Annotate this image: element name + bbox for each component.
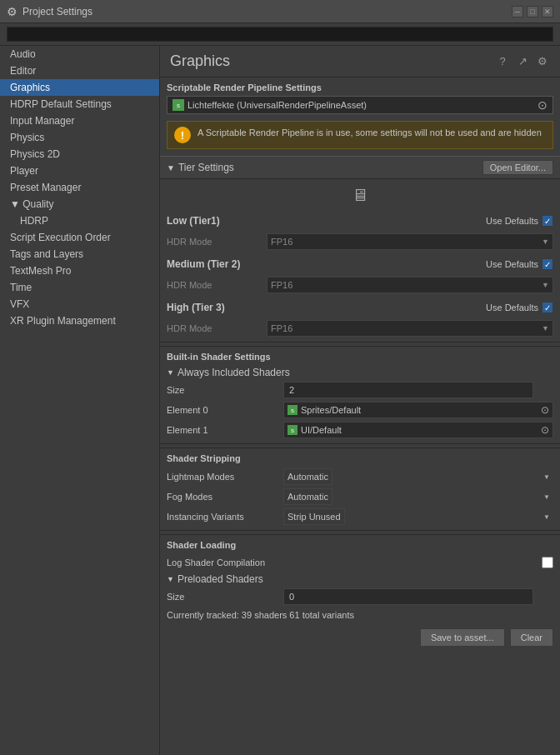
window-controls: ─ □ ✕ [512, 6, 553, 18]
lightmap-row: Lightmap Modes Automatic None Manual [160, 467, 560, 487]
shader-loading-label: Shader Loading [160, 534, 560, 553]
title-bar: ⚙ Project Settings ─ □ ✕ [0, 0, 560, 23]
log-shader-row: Log Shader Compilation [160, 553, 560, 572]
tier-medium-row: Medium (Tier 2) Use Defaults ✓ [167, 258, 553, 270]
pipeline-asset-row: s Lichteffekte (UniversalRenderPipelineA… [167, 96, 553, 114]
sidebar-item-preset-manager[interactable]: Preset Manager [0, 179, 159, 196]
tier-medium-hdr-arrow[interactable]: ▼ [542, 281, 549, 289]
srp-section-label: Scriptable Render Pipeline Settings [160, 78, 560, 96]
warning-icon: ! [174, 127, 191, 143]
instancing-select-wrapper: Strip Unused Keep All Strip All [283, 508, 553, 525]
shader-size-label: Size [167, 385, 283, 395]
shader-element1-asset: s UI/Default ⊙ [283, 422, 553, 438]
element0-dot-btn[interactable]: ⊙ [541, 404, 549, 416]
tier-low-hdr-value: FP16 [271, 237, 542, 247]
minimize-button[interactable]: ─ [512, 6, 523, 18]
page-title: Graphics [170, 52, 230, 70]
sidebar-item-physics-2d[interactable]: Physics 2D [0, 146, 159, 162]
lightmap-select[interactable]: Automatic None Manual [283, 468, 332, 485]
sidebar: Audio Editor Graphics HDRP Default Setti… [0, 46, 160, 755]
tier-high-hdr-value: FP16 [271, 323, 542, 333]
instancing-row: Instancing Variants Strip Unused Keep Al… [160, 507, 560, 527]
log-shader-checkbox[interactable] [542, 557, 553, 568]
tier-medium-hdr-label: HDR Mode [167, 280, 267, 290]
main-layout: Audio Editor Graphics HDRP Default Setti… [0, 46, 560, 755]
preloaded-arrow[interactable]: ▼ [167, 575, 174, 583]
pipeline-asset-text: Lichteffekte (UniversalRenderPipelineAss… [188, 100, 538, 110]
fog-row: Fog Modes Automatic None Manual [160, 487, 560, 507]
sidebar-item-tags-layers[interactable]: Tags and Layers [0, 246, 159, 262]
clear-button[interactable]: Clear [510, 628, 553, 647]
element0-text: Sprites/Default [301, 405, 541, 415]
help-icon[interactable]: ? [495, 54, 510, 69]
shader-element0-asset: s Sprites/Default ⊙ [283, 402, 553, 418]
tier-low-hdr-arrow[interactable]: ▼ [542, 238, 549, 246]
sidebar-item-hdrp-default[interactable]: HDRP Default Settings [0, 96, 159, 112]
pipeline-asset-icon: s [172, 99, 184, 111]
tier-settings-header: ▼ Tier Settings Open Editor... [160, 156, 560, 179]
close-button[interactable]: ✕ [542, 6, 553, 18]
fog-select-wrapper: Automatic None Manual [283, 488, 553, 505]
sidebar-item-graphics[interactable]: Graphics [0, 79, 159, 96]
content-area: Graphics ? ↗ ⚙ Scriptable Render Pipelin… [160, 46, 560, 755]
tier-high-checkbox[interactable]: ✓ [542, 302, 553, 313]
sidebar-item-vfx[interactable]: VFX [0, 296, 159, 312]
tier-high-hdr-arrow[interactable]: ▼ [542, 324, 549, 332]
shader-size-row: Size [160, 380, 560, 400]
instancing-select[interactable]: Strip Unused Keep All Strip All [283, 508, 345, 525]
settings-icon[interactable]: ⚙ [535, 54, 550, 69]
always-included-label: ▼ Always Included Shaders [160, 365, 560, 380]
status-text: Currently tracked: 39 shaders 61 total v… [160, 607, 560, 623]
sidebar-item-quality[interactable]: ▼ Quality [0, 196, 159, 212]
search-input[interactable] [7, 27, 553, 42]
builtin-shader-label: Built-in Shader Settings [160, 346, 560, 365]
tier-low-checkbox[interactable]: ✓ [542, 215, 553, 227]
preloaded-shaders-label: ▼ Preloaded Shaders [160, 572, 560, 587]
sidebar-item-textmesh-pro[interactable]: TextMesh Pro [0, 262, 159, 279]
tier-high-hdr-label: HDR Mode [167, 323, 267, 333]
element1-icon: s [288, 425, 298, 435]
save-to-asset-button[interactable]: Save to asset... [420, 628, 505, 647]
bottom-buttons: Save to asset... Clear [160, 623, 560, 652]
preloaded-size-input[interactable] [283, 588, 533, 605]
search-bar [0, 23, 560, 46]
warning-text: A Scriptable Render Pipeline is in use, … [198, 127, 542, 139]
app-icon: ⚙ [7, 5, 18, 18]
sidebar-item-script-execution[interactable]: Script Execution Order [0, 229, 159, 246]
sidebar-item-time[interactable]: Time [0, 279, 159, 296]
fog-label: Fog Modes [167, 492, 283, 502]
tier-low-label: Low (Tier1) [167, 215, 486, 227]
always-included-title: Always Included Shaders [178, 367, 290, 378]
tier-low-section: Low (Tier1) Use Defaults ✓ [160, 212, 560, 232]
preloaded-size-label: Size [167, 592, 283, 602]
element0-icon: s [288, 405, 298, 415]
log-shader-label: Log Shader Compilation [167, 558, 542, 568]
sidebar-item-audio[interactable]: Audio [0, 46, 159, 62]
tier-medium-checkbox[interactable]: ✓ [542, 258, 553, 270]
always-included-arrow[interactable]: ▼ [167, 368, 174, 377]
lightmap-label: Lightmap Modes [167, 472, 283, 482]
tier-low-use-defaults: Use Defaults [486, 216, 538, 226]
preloaded-size-row: Size [160, 587, 560, 607]
fog-select[interactable]: Automatic None Manual [283, 488, 332, 505]
pipeline-dot-icon: ⊙ [538, 98, 548, 112]
tier-medium-hdr-value: FP16 [271, 280, 542, 290]
sidebar-item-physics[interactable]: Physics [0, 129, 159, 146]
quality-arrow-icon: ▼ [10, 198, 22, 210]
maximize-button[interactable]: □ [527, 6, 538, 18]
content-header: Graphics ? ↗ ⚙ [160, 46, 560, 78]
open-editor-button[interactable]: Open Editor... [482, 160, 553, 175]
tier-medium-use-defaults: Use Defaults [486, 259, 538, 269]
expand-icon[interactable]: ↗ [515, 54, 530, 69]
tier-low-row: Low (Tier1) Use Defaults ✓ [167, 215, 553, 227]
sidebar-item-player[interactable]: Player [0, 162, 159, 179]
sidebar-item-editor[interactable]: Editor [0, 62, 159, 79]
tier-collapse-icon[interactable]: ▼ [167, 163, 175, 172]
sidebar-item-xr-plugin[interactable]: XR Plugin Management [0, 312, 159, 329]
instancing-label: Instancing Variants [167, 512, 283, 522]
shader-size-input[interactable] [283, 382, 533, 398]
sidebar-item-hdrp[interactable]: HDRP [0, 212, 159, 229]
sidebar-item-input-manager[interactable]: Input Manager [0, 112, 159, 129]
tier-low-hdr-label: HDR Mode [167, 237, 267, 247]
element1-dot-btn[interactable]: ⊙ [541, 424, 549, 436]
